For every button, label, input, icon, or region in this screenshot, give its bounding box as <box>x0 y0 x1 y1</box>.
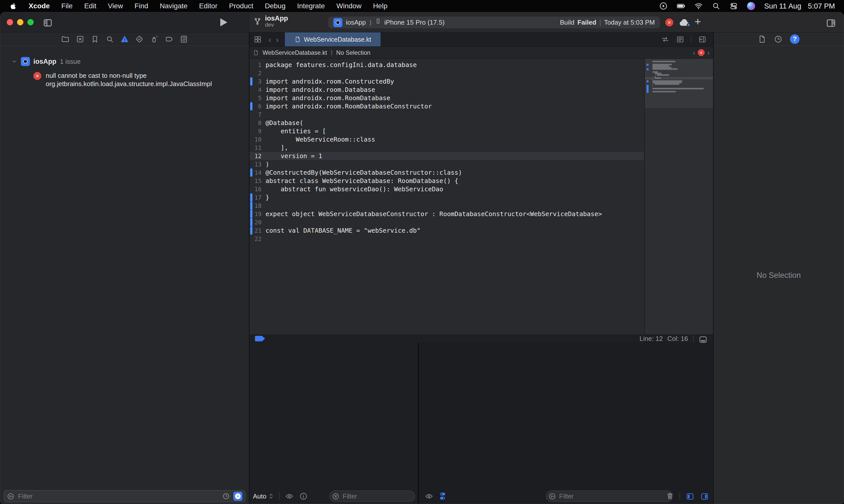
menu-bar-time[interactable]: 5:07 PM <box>808 2 835 10</box>
control-center-icon[interactable] <box>729 2 738 10</box>
source-control-navigator-icon[interactable] <box>76 35 84 43</box>
code-line-18[interactable]: 18 <box>249 201 644 210</box>
code-line-1[interactable]: 1package features.configIni.data.databas… <box>249 61 644 69</box>
code-line-8[interactable]: 8@Database( <box>249 119 644 127</box>
test-navigator-icon[interactable] <box>135 35 144 43</box>
issue-navigator-icon[interactable] <box>120 35 129 43</box>
previous-issue-button[interactable]: ‹ <box>693 49 695 57</box>
menu-xcode[interactable]: Xcode <box>29 2 50 10</box>
clear-console-icon[interactable] <box>666 492 674 501</box>
code-line-9[interactable]: 9 entities = [ <box>249 127 644 135</box>
run-destination-bar[interactable]: iosApp ⟩ iPhone 15 Pro (17.5) Build Fail… <box>328 17 660 29</box>
code-line-13[interactable]: 13) <box>249 160 644 168</box>
wifi-icon[interactable] <box>694 2 703 10</box>
code-line-6[interactable]: 6import androidx.room.RoomDatabaseConstr… <box>249 102 644 110</box>
console-filters-icon[interactable] <box>439 492 446 501</box>
code-line-20[interactable]: 20 <box>249 218 644 227</box>
disclosure-chevron-icon[interactable] <box>11 58 17 65</box>
code-line-4[interactable]: 4import androidx.room.Database <box>249 86 644 94</box>
code-line-2[interactable]: 2 <box>249 69 644 77</box>
code-line-11[interactable]: 11 ], <box>249 144 644 152</box>
screen-mirroring-icon[interactable] <box>659 2 668 10</box>
menu-integrate[interactable]: Integrate <box>297 2 325 10</box>
code-line-7[interactable]: 7 <box>249 110 644 119</box>
cursor-column-indicator[interactable]: Col: 16 <box>667 335 688 343</box>
close-window-button[interactable] <box>7 19 13 25</box>
code-line-15[interactable]: 15abstract class WebServiceDatabase: Roo… <box>249 177 644 185</box>
run-button[interactable] <box>220 18 227 26</box>
breakpoint-navigator-icon[interactable] <box>165 35 173 43</box>
find-navigator-icon[interactable] <box>105 35 114 43</box>
file-inspector-icon[interactable] <box>758 35 767 43</box>
code-line-10[interactable]: 10 WebServiceRoom::class <box>249 135 644 144</box>
add-button[interactable]: + <box>694 15 701 28</box>
menu-editor[interactable]: Editor <box>199 2 217 10</box>
minimap[interactable] <box>644 59 713 335</box>
breadcrumb-section[interactable]: No Selection <box>336 49 370 56</box>
menu-file[interactable]: File <box>61 2 73 10</box>
issue-badge[interactable]: ✕ <box>698 49 705 56</box>
menu-navigate[interactable]: Navigate <box>160 2 188 10</box>
toggle-debug-area-icon[interactable] <box>699 335 708 342</box>
scope-selector[interactable]: Auto <box>253 492 274 500</box>
back-button[interactable]: ‹ <box>268 35 271 44</box>
bookmark-navigator-icon[interactable] <box>91 35 99 43</box>
menu-debug[interactable]: Debug <box>265 2 286 10</box>
code-line-16[interactable]: 16 abstract fun webserviceDao(): WebServ… <box>249 185 644 193</box>
show-variables-view-icon[interactable] <box>686 492 694 501</box>
swap-editor-icon[interactable] <box>661 35 669 44</box>
recent-files-icon[interactable] <box>222 492 230 500</box>
variables-filter-field[interactable]: Filter <box>329 490 415 502</box>
cursor-line-indicator[interactable]: Line: 12 <box>639 335 663 343</box>
menu-help[interactable]: Help <box>373 2 388 10</box>
quick-help-inspector-icon[interactable]: ? <box>790 34 799 44</box>
code-line-19[interactable]: 19expect object WebServiceDatabaseConstr… <box>249 210 644 218</box>
scheme-block[interactable]: iosApp dev <box>253 15 288 28</box>
quick-look-icon[interactable] <box>285 492 294 501</box>
destination-selector[interactable]: iPhone 15 Pro (17.5) <box>384 19 445 26</box>
battery-icon[interactable] <box>677 2 685 10</box>
add-editor-icon[interactable] <box>698 35 707 44</box>
show-errors-only-button[interactable]: ✕ <box>233 492 242 501</box>
show-console-view-icon[interactable] <box>700 492 709 501</box>
activity-status[interactable]: Build Failed | Today at 5:03 PM <box>560 19 655 26</box>
code-line-3[interactable]: 3import androidx.room.ConstructedBy <box>249 77 644 86</box>
console-filter-field[interactable]: Filter <box>546 490 673 502</box>
forward-button[interactable]: › <box>276 35 279 44</box>
source-editor[interactable]: 1package features.configIni.data.databas… <box>249 59 713 335</box>
menu-window[interactable]: Window <box>336 2 362 10</box>
related-items-icon[interactable] <box>253 35 262 44</box>
editor-tab[interactable]: WebServiceDatabase.kt <box>285 32 381 47</box>
code-line-12[interactable]: 12 version = 1 <box>249 152 644 160</box>
cloud-sync-icon[interactable] <box>679 18 690 27</box>
code-line-14[interactable]: 14@ConstructedBy(WebServiceDatabaseConst… <box>249 168 644 177</box>
menu-bar-date[interactable]: Sun 11 Aug <box>764 2 801 10</box>
breadcrumb-file[interactable]: WebServiceDatabase.kt <box>263 49 327 56</box>
zoom-window-button[interactable] <box>28 19 34 25</box>
spotlight-search-icon[interactable] <box>712 2 720 10</box>
code-line-17[interactable]: 17} <box>249 193 644 201</box>
minimize-window-button[interactable] <box>17 19 23 25</box>
editor-options-icon[interactable] <box>676 35 685 44</box>
menu-find[interactable]: Find <box>135 2 148 10</box>
breakpoints-toggle-icon[interactable] <box>255 336 265 341</box>
menu-view[interactable]: View <box>108 2 123 10</box>
code-line-5[interactable]: 5import androidx.room.RoomDatabase <box>249 94 644 102</box>
issue-group-row[interactable]: iosApp 1 issue <box>11 57 249 66</box>
menu-product[interactable]: Product <box>229 2 253 10</box>
code-line-22[interactable]: 22 <box>249 235 644 243</box>
info-icon[interactable] <box>299 492 308 501</box>
report-navigator-icon[interactable] <box>180 35 188 43</box>
siri-icon[interactable] <box>747 2 755 10</box>
debug-navigator-icon[interactable] <box>150 35 158 43</box>
code-line-21[interactable]: 21const val DATABASE_NAME = "webService.… <box>249 227 644 235</box>
apple-menu-icon[interactable] <box>10 2 17 10</box>
history-inspector-icon[interactable] <box>774 35 783 43</box>
issue-item[interactable]: ✕ null cannot be cast to non-null type o… <box>33 72 249 88</box>
scheme-selector[interactable]: iosApp <box>346 19 366 26</box>
navigator-filter-field[interactable]: Filter ✕ <box>4 490 245 502</box>
quick-look-icon[interactable] <box>425 492 433 501</box>
toggle-navigator-icon[interactable] <box>43 18 53 27</box>
toggle-inspector-icon[interactable] <box>826 18 836 27</box>
build-errors-badge[interactable]: ✕ <box>665 19 673 26</box>
